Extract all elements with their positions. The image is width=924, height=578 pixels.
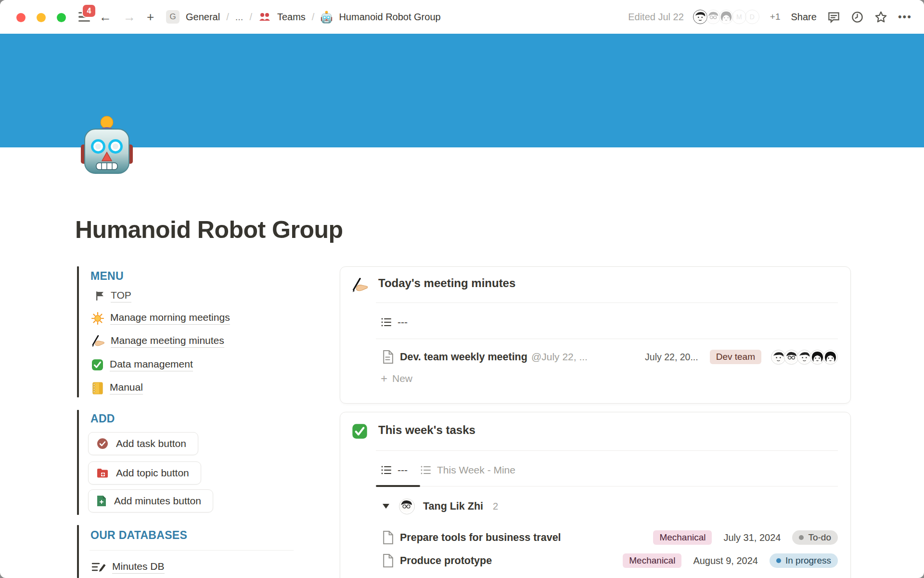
breadcrumb-separator: / (249, 12, 252, 23)
menu-item-label: TOP (111, 289, 131, 302)
view-tab[interactable]: --- (381, 316, 408, 328)
status-badge: To-do (792, 530, 838, 545)
status-label: In progress (785, 555, 831, 566)
check-button-icon (352, 423, 368, 439)
folder-plus-icon (97, 468, 108, 478)
more-options-icon[interactable]: ••• (898, 11, 912, 23)
page-title[interactable]: Humanoid Robot Group (75, 216, 343, 244)
breadcrumb-current-page[interactable]: Humanoid Robot Group (339, 12, 440, 23)
add-heading: ADD (90, 412, 115, 425)
databases-heading: OUR DATABASES (90, 529, 187, 542)
meeting-date-mention[interactable]: @July 22, ... (531, 351, 588, 363)
group-name[interactable]: Tang Lik Zhi (423, 500, 483, 512)
robot-emoji-icon (321, 11, 333, 24)
task-title[interactable]: Prepare tools for business travel (400, 532, 561, 544)
minimize-window-button[interactable] (37, 13, 46, 22)
task-row[interactable]: Produce prototype Mechanical August 9, 2… (382, 551, 838, 570)
menu-item-data-management[interactable]: Data management (91, 358, 193, 371)
view-tab-label: This Week - Mine (437, 464, 515, 476)
divider (376, 302, 838, 303)
menu-item-top[interactable]: TOP (95, 289, 131, 302)
new-page-icon[interactable]: + (147, 0, 154, 34)
document-icon (382, 350, 393, 364)
favorite-star-icon[interactable] (874, 11, 887, 24)
view-tabs: --- (381, 316, 408, 328)
collapse-toggle-icon[interactable] (383, 504, 389, 509)
menu-item-meeting-minutes[interactable]: Manage meeting minutes (91, 335, 224, 348)
menu-item-morning-meetings[interactable]: Manage morning meetings (91, 312, 230, 325)
check-button-icon (91, 359, 103, 371)
back-arrow-icon[interactable]: ← (99, 0, 112, 34)
database-item-minutes-db[interactable]: Minutes DB (91, 561, 165, 574)
doc-plus-icon (97, 495, 106, 507)
breadcrumb-teams[interactable]: Teams (277, 12, 306, 23)
due-date: July 31, 2024 (723, 532, 781, 543)
writing-hand-icon (352, 278, 368, 293)
group-header-row: Tang Lik Zhi 2 (383, 497, 498, 515)
task-row[interactable]: Prepare tools for business travel Mechan… (382, 528, 838, 547)
add-section: ADD Add task button Add topic button Add… (77, 410, 298, 515)
avatar[interactable] (719, 10, 733, 24)
menu-item-manual[interactable]: Manual (91, 381, 143, 394)
forward-arrow-icon[interactable]: → (123, 0, 136, 34)
list-edit-icon (91, 562, 106, 573)
task-properties: Mechanical July 31, 2024 To-do (653, 530, 838, 545)
avatar[interactable] (706, 10, 720, 24)
sun-icon (91, 312, 104, 325)
breadcrumb-ellipsis[interactable]: ... (235, 12, 244, 23)
task-title[interactable]: Produce prototype (400, 555, 492, 567)
status-dot-icon (799, 535, 804, 540)
view-tab-active[interactable]: --- (381, 464, 408, 476)
meeting-minutes-card: Today's meeting minutes --- Dev. team we… (340, 266, 851, 404)
page-icon (382, 554, 393, 567)
weekly-tasks-card: This week's tasks --- This Week - Mine T… (340, 412, 851, 578)
breadcrumb-separator: / (312, 12, 315, 23)
page-icon-robot-emoji[interactable] (80, 115, 134, 175)
card-title[interactable]: This week's tasks (378, 423, 475, 437)
add-button-label: Add minutes button (114, 495, 201, 507)
zoom-window-button[interactable] (57, 13, 66, 22)
page-cover[interactable] (0, 34, 924, 147)
menu-item-label: Manual (110, 381, 143, 394)
avatar[interactable] (693, 10, 707, 24)
card-title[interactable]: Today's meeting minutes (378, 276, 515, 290)
view-tab-label: --- (398, 316, 408, 328)
new-item-button[interactable]: + New (381, 372, 412, 385)
updates-clock-icon[interactable] (851, 11, 864, 24)
list-view-icon (381, 465, 392, 475)
list-view-icon (381, 317, 392, 328)
quote-bar (77, 266, 79, 397)
category-tag: Mechanical (653, 530, 712, 545)
quote-bar (77, 525, 79, 578)
breadcrumb-general[interactable]: General (186, 12, 220, 23)
breadcrumb-separator: / (226, 12, 229, 23)
close-window-button[interactable] (16, 13, 26, 22)
avatar-overflow-count[interactable]: +1 (770, 12, 781, 22)
meeting-row[interactable]: Dev. team weekly meeting @July 22, ... J… (382, 347, 838, 367)
divider (90, 550, 294, 551)
workspace-badge[interactable]: G (166, 10, 180, 24)
add-minutes-button[interactable]: Add minutes button (88, 489, 213, 512)
avatar (823, 350, 838, 365)
writing-hand-icon (91, 335, 104, 348)
avatar[interactable]: D (745, 10, 759, 24)
avatar[interactable]: M (732, 10, 746, 24)
view-tab-label: --- (398, 464, 408, 476)
menu-item-label: Data management (110, 358, 193, 371)
title-bar: 4 ← → + G General / ... / Teams / Humano… (0, 0, 924, 34)
add-topic-button[interactable]: Add topic button (88, 461, 201, 485)
add-task-button[interactable]: Add task button (88, 432, 198, 455)
meeting-date: July 22, 20... (645, 352, 698, 363)
menu-heading: MENU (90, 270, 124, 283)
page-icon (382, 531, 393, 544)
comments-icon[interactable] (827, 11, 840, 24)
share-button[interactable]: Share (791, 12, 817, 23)
meeting-title[interactable]: Dev. team weekly meeting (400, 351, 527, 363)
view-tab-inactive[interactable]: This Week - Mine (420, 464, 515, 476)
group-avatar (399, 499, 415, 514)
menu-item-label: Manage meeting minutes (111, 335, 224, 348)
meeting-properties: July 22, 20... Dev team (645, 350, 838, 365)
divider (376, 450, 838, 451)
database-item-label: Minutes DB (112, 561, 165, 574)
add-button-label: Add topic button (116, 467, 189, 479)
